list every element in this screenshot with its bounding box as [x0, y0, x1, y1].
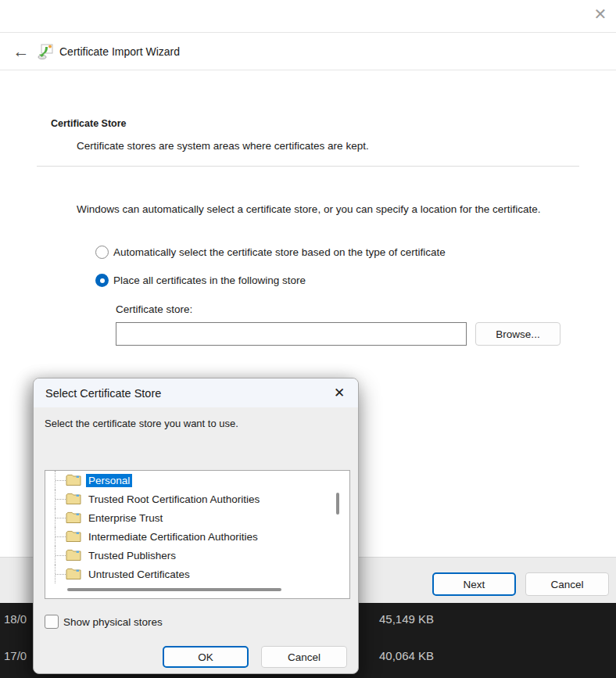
wizard-window-title: Certificate Import Wizard [59, 45, 180, 58]
tree-connector [55, 527, 66, 546]
certificate-import-icon [37, 43, 54, 60]
dialog-prompt: Select the certificate store you want to… [45, 418, 238, 429]
checkbox-unchecked-icon[interactable] [45, 615, 59, 629]
browse-button[interactable]: Browse... [475, 322, 560, 346]
certificate-store-input[interactable] [116, 322, 467, 346]
folder-icon [66, 568, 81, 580]
certificate-store-item[interactable]: Trusted Root Certification Authorities [45, 490, 349, 508]
horizontal-scrollbar-thumb[interactable] [67, 588, 281, 591]
certificate-store-tree[interactable]: Personal Trusted Root Certification Auth… [45, 470, 350, 599]
file-row-date: 18/0 [4, 612, 27, 626]
certificate-store-field-label: Certificate store: [116, 303, 192, 315]
certificate-store-item[interactable]: Intermediate Certification Authorities [45, 527, 349, 546]
folder-icon [66, 530, 81, 543]
folder-icon [66, 511, 81, 524]
radio-auto-select-store[interactable]: Automatically select the certificate sto… [95, 246, 446, 259]
select-certificate-store-dialog: Select Certificate Store ✕ Select the ce… [33, 378, 359, 674]
tree-connector [55, 508, 66, 527]
wizard-header: ← Certificate Import Wizard [0, 32, 616, 70]
certificate-store-item-label[interactable]: Trusted Root Certification Authorities [86, 493, 262, 506]
next-button[interactable]: Next [432, 572, 516, 596]
tree-connector [55, 546, 66, 565]
file-row-date: 17/0 [4, 649, 27, 662]
dialog-titlebar: Select Certificate Store [34, 378, 358, 407]
certificate-store-item[interactable]: Trusted Publishers [45, 546, 349, 565]
folder-icon [66, 493, 81, 505]
dialog-close-icon[interactable]: ✕ [328, 382, 350, 404]
tree-connector [55, 490, 66, 508]
certificate-store-item-label[interactable]: Intermediate Certification Authorities [86, 530, 260, 543]
page-subtitle: Certificate stores are system areas wher… [77, 140, 369, 152]
radio-place-label[interactable]: Place all certificates in the following … [113, 274, 306, 286]
tree-connector [55, 565, 66, 583]
divider [37, 166, 579, 167]
radio-selected-icon[interactable] [95, 274, 109, 287]
vertical-scrollbar-thumb[interactable] [336, 493, 339, 515]
certificate-store-item-label[interactable]: Personal [86, 474, 132, 487]
certificate-store-item[interactable]: Enterprise Trust [45, 508, 349, 527]
radio-unselected-icon[interactable] [95, 246, 109, 259]
window-close-icon[interactable]: ✕ [589, 2, 612, 26]
certificate-store-item-label[interactable]: Untrusted Certificates [86, 568, 192, 581]
file-row-size: 45,149 KB [379, 612, 434, 626]
radio-place-all-certificates[interactable]: Place all certificates in the following … [95, 274, 306, 287]
certificate-store-item-label[interactable]: Enterprise Trust [86, 511, 165, 525]
folder-icon [66, 549, 81, 561]
ok-button[interactable]: OK [163, 646, 249, 668]
page-title: Certificate Store [51, 118, 127, 129]
back-arrow-icon[interactable]: ← [9, 40, 33, 63]
certificate-store-item[interactable]: Untrusted Certificates [45, 565, 349, 583]
certificate-store-item-label[interactable]: Trusted Publishers [86, 549, 178, 562]
checkbox-label[interactable]: Show physical stores [63, 616, 163, 628]
folder-icon [66, 474, 81, 486]
file-row-size: 40,064 KB [379, 649, 434, 662]
radio-auto-label[interactable]: Automatically select the certificate sto… [113, 246, 446, 258]
intro-text: Windows can automatically select a certi… [77, 202, 577, 217]
show-physical-stores-checkbox[interactable]: Show physical stores [45, 615, 163, 629]
wizard-cancel-button[interactable]: Cancel [525, 572, 609, 596]
dialog-cancel-button[interactable]: Cancel [261, 646, 347, 668]
tree-connector [55, 471, 66, 490]
dialog-title: Select Certificate Store [45, 387, 161, 400]
certificate-store-item[interactable]: Personal [45, 471, 349, 490]
